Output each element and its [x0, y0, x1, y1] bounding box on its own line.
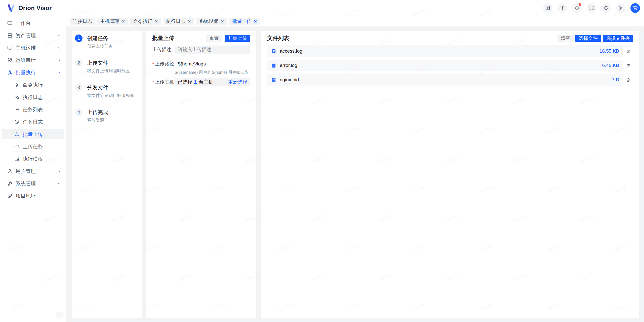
tab-label: 连接日志 [73, 18, 92, 25]
sidebar-item-label: 工作台 [16, 20, 61, 27]
sidebar-item-batch-execution[interactable]: 批量执行 [2, 67, 64, 78]
sidebar-item-system-management[interactable]: 系统管理 [2, 178, 64, 189]
file-icon [271, 49, 276, 54]
upload-path-input[interactable]: ${home}/logs [175, 60, 250, 68]
sidebar-item-user-management[interactable]: 用户管理 [2, 166, 64, 176]
sidebar-collapse-button[interactable] [56, 312, 63, 318]
step-number-badge: 3 [75, 84, 83, 91]
file-row-main: access.log 16.55 KB [267, 45, 623, 57]
sidebar-item-asset-management[interactable]: 资产管理 [2, 30, 64, 41]
tab-host-management[interactable]: 主机管理✕ [97, 18, 128, 25]
user-avatar[interactable]: 管 [630, 3, 640, 13]
close-icon[interactable]: ✕ [254, 19, 257, 24]
chevron-down-icon [57, 58, 61, 62]
sidebar-item-task-list[interactable]: 任务列表 [2, 104, 64, 115]
tab-connection-log[interactable]: 连接日志 [70, 18, 95, 25]
sidebar-item-task-log[interactable]: 任务日志 [2, 117, 64, 127]
chevron-down-icon [57, 169, 61, 173]
sidebar-item-host-ops[interactable]: 主机运维 [2, 43, 64, 53]
settings-button[interactable] [616, 3, 625, 13]
workbench-icon [7, 20, 13, 26]
delete-file-button[interactable] [623, 78, 633, 82]
hosts-selected-suffix: 台主机 [199, 79, 213, 85]
wrench-icon [7, 181, 13, 186]
clear-files-button[interactable]: 清空 [557, 35, 574, 42]
upload-description-input[interactable] [175, 46, 250, 54]
sun-icon [560, 5, 565, 11]
notifications-button[interactable] [572, 3, 582, 13]
lightning-icon [14, 82, 20, 88]
sidebar-item-execution-template[interactable]: 执行模板 [2, 154, 64, 164]
sidebar: 工作台 资产管理 主机运维 运维审计 批量执行 [0, 16, 66, 322]
upload-host-label: *上传主机 [152, 79, 171, 85]
file-icon [271, 63, 276, 68]
fullscreen-button[interactable] [587, 3, 596, 13]
sidebar-item-label: 执行模板 [23, 156, 61, 162]
required-asterisk: * [152, 79, 154, 85]
file-row: error.log 6.45 KB [267, 60, 633, 71]
select-folder-button[interactable]: 选择文件夹 [603, 35, 633, 42]
file-name: error.log [280, 63, 297, 68]
tab-label: 执行日志 [166, 18, 185, 25]
file-row: nginx.pid 7 B [267, 74, 633, 86]
step-number-badge: 2 [75, 59, 83, 67]
reselect-hosts-link[interactable]: 重新选择 [228, 79, 247, 85]
header-actions: 管 [543, 3, 640, 13]
api-code-button[interactable] [543, 3, 552, 13]
sidebar-item-label: 主机运维 [16, 45, 57, 51]
sidebar-item-workbench[interactable]: 工作台 [2, 18, 64, 28]
tab-label: 命令执行 [133, 18, 152, 25]
delete-file-button[interactable] [623, 49, 633, 54]
main-content: 1 创建任务 创建上传任务 2 上传文件 将文件上传到临时分区 3 分发文件 将… [66, 26, 644, 322]
close-icon[interactable]: ✕ [221, 19, 224, 24]
step-description: 将文件上传到临时分区 [87, 68, 130, 74]
monitor-icon [7, 45, 13, 51]
tab-system-settings[interactable]: 系统设置✕ [196, 18, 227, 25]
notification-badge-dot [579, 3, 581, 6]
file-size: 6.45 KB [602, 63, 619, 68]
page: Orion Visor [0, 0, 644, 322]
sidebar-item-label: 命令执行 [23, 82, 61, 88]
file-size: 7 B [612, 77, 619, 83]
step-title: 创建任务 [87, 34, 113, 42]
menu-fold-icon [58, 313, 62, 317]
step-title: 上传文件 [87, 59, 130, 67]
step-upload-files: 2 上传文件 将文件上传到临时分区 [75, 59, 137, 84]
sidebar-item-ops-audit[interactable]: 运维审计 [2, 55, 64, 65]
tab-execution-log[interactable]: 执行日志✕ [164, 18, 194, 25]
delete-file-button[interactable] [623, 63, 633, 68]
tab-command-execution[interactable]: 命令执行✕ [130, 18, 161, 25]
sidebar-item-upload-task[interactable]: 上传任务 [2, 141, 64, 152]
app-header: Orion Visor [0, 0, 644, 16]
step-title: 上传完成 [87, 109, 108, 116]
step-description: 将文件分发到目标服务器 [87, 93, 134, 98]
sidebar-item-execution-log[interactable]: 执行日志 [2, 92, 64, 102]
sidebar-item-label: 项目地址 [16, 193, 61, 199]
tab-batch-upload[interactable]: 批量上传✕ [229, 18, 260, 25]
chevron-down-icon [57, 34, 61, 38]
close-icon[interactable]: ✕ [122, 19, 125, 24]
reset-button[interactable]: 重置 [206, 35, 222, 42]
sidebar-item-project-url[interactable]: 项目地址 [2, 191, 64, 201]
refresh-button[interactable] [601, 3, 611, 13]
shield-check-icon [7, 57, 13, 63]
step-create-task: 1 创建任务 创建上传任务 [75, 34, 137, 59]
batch-upload-form-panel: 批量上传 重置 开始上传 上传描述 *上传路径 ${home}/logs [146, 31, 256, 318]
link-icon [7, 193, 13, 199]
list-icon [14, 107, 20, 112]
file-name: nginx.pid [280, 77, 299, 83]
close-icon[interactable]: ✕ [188, 19, 191, 24]
close-icon[interactable]: ✕ [154, 19, 158, 24]
upload-path-value: ${home}/logs [178, 61, 206, 67]
upload-path-label: *上传路径 [152, 61, 171, 67]
sidebar-item-command-execution[interactable]: 命令执行 [2, 80, 64, 90]
theme-toggle-button[interactable] [557, 3, 567, 13]
start-upload-button[interactable]: 开始上传 [225, 35, 250, 42]
sidebar-item-batch-upload[interactable]: 批量上传 [2, 129, 64, 139]
user-icon [7, 168, 13, 174]
chevron-down-icon [57, 182, 61, 186]
server-icon [7, 33, 13, 38]
upload-icon [14, 131, 20, 137]
select-files-button[interactable]: 选择文件 [575, 35, 601, 42]
step-description: 创建上传任务 [87, 43, 113, 49]
